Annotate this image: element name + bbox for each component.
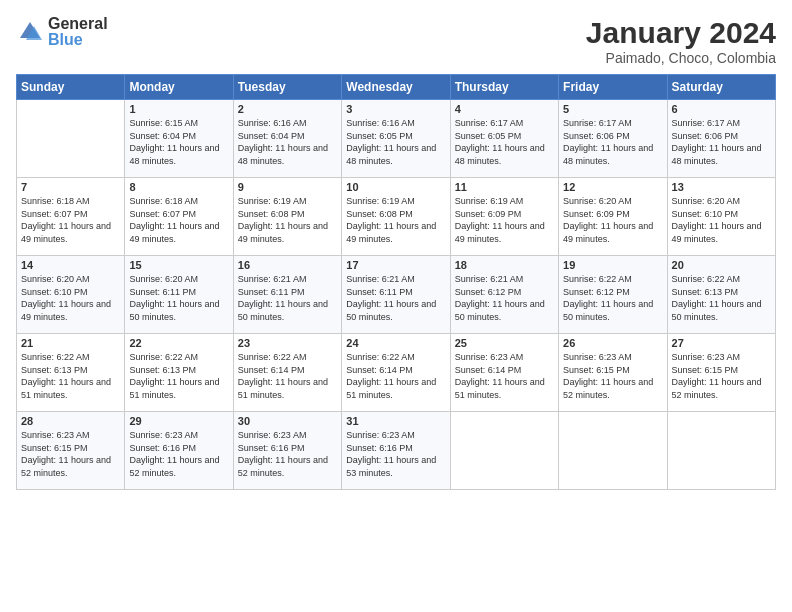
weekday-header: Monday xyxy=(125,75,233,100)
day-number: 31 xyxy=(346,415,445,427)
day-info: Sunrise: 6:23 AMSunset: 6:14 PMDaylight:… xyxy=(455,351,554,401)
day-number: 30 xyxy=(238,415,337,427)
calendar-cell: 14Sunrise: 6:20 AMSunset: 6:10 PMDayligh… xyxy=(17,256,125,334)
calendar-cell: 22Sunrise: 6:22 AMSunset: 6:13 PMDayligh… xyxy=(125,334,233,412)
day-number: 6 xyxy=(672,103,771,115)
calendar-cell: 29Sunrise: 6:23 AMSunset: 6:16 PMDayligh… xyxy=(125,412,233,490)
day-info: Sunrise: 6:18 AMSunset: 6:07 PMDaylight:… xyxy=(129,195,228,245)
calendar-week-row: 28Sunrise: 6:23 AMSunset: 6:15 PMDayligh… xyxy=(17,412,776,490)
calendar-cell: 20Sunrise: 6:22 AMSunset: 6:13 PMDayligh… xyxy=(667,256,775,334)
day-info: Sunrise: 6:21 AMSunset: 6:12 PMDaylight:… xyxy=(455,273,554,323)
calendar-week-row: 14Sunrise: 6:20 AMSunset: 6:10 PMDayligh… xyxy=(17,256,776,334)
day-info: Sunrise: 6:23 AMSunset: 6:15 PMDaylight:… xyxy=(672,351,771,401)
day-info: Sunrise: 6:17 AMSunset: 6:05 PMDaylight:… xyxy=(455,117,554,167)
logo-text: General Blue xyxy=(48,16,108,48)
calendar-cell xyxy=(559,412,667,490)
calendar-cell: 12Sunrise: 6:20 AMSunset: 6:09 PMDayligh… xyxy=(559,178,667,256)
day-number: 21 xyxy=(21,337,120,349)
day-info: Sunrise: 6:18 AMSunset: 6:07 PMDaylight:… xyxy=(21,195,120,245)
calendar-cell: 30Sunrise: 6:23 AMSunset: 6:16 PMDayligh… xyxy=(233,412,341,490)
calendar-cell xyxy=(17,100,125,178)
calendar-cell: 21Sunrise: 6:22 AMSunset: 6:13 PMDayligh… xyxy=(17,334,125,412)
calendar-cell: 15Sunrise: 6:20 AMSunset: 6:11 PMDayligh… xyxy=(125,256,233,334)
calendar-table: SundayMondayTuesdayWednesdayThursdayFrid… xyxy=(16,74,776,490)
calendar-cell: 24Sunrise: 6:22 AMSunset: 6:14 PMDayligh… xyxy=(342,334,450,412)
page-header: General Blue January 2024 Paimado, Choco… xyxy=(16,16,776,66)
day-number: 17 xyxy=(346,259,445,271)
day-number: 22 xyxy=(129,337,228,349)
day-info: Sunrise: 6:23 AMSunset: 6:16 PMDaylight:… xyxy=(129,429,228,479)
day-number: 26 xyxy=(563,337,662,349)
day-number: 15 xyxy=(129,259,228,271)
day-number: 1 xyxy=(129,103,228,115)
day-info: Sunrise: 6:22 AMSunset: 6:12 PMDaylight:… xyxy=(563,273,662,323)
day-number: 8 xyxy=(129,181,228,193)
logo-blue-text: Blue xyxy=(48,32,108,48)
day-number: 24 xyxy=(346,337,445,349)
calendar-cell: 7Sunrise: 6:18 AMSunset: 6:07 PMDaylight… xyxy=(17,178,125,256)
calendar-cell: 3Sunrise: 6:16 AMSunset: 6:05 PMDaylight… xyxy=(342,100,450,178)
calendar-week-row: 1Sunrise: 6:15 AMSunset: 6:04 PMDaylight… xyxy=(17,100,776,178)
calendar-cell: 9Sunrise: 6:19 AMSunset: 6:08 PMDaylight… xyxy=(233,178,341,256)
calendar-body: 1Sunrise: 6:15 AMSunset: 6:04 PMDaylight… xyxy=(17,100,776,490)
day-number: 10 xyxy=(346,181,445,193)
day-number: 23 xyxy=(238,337,337,349)
day-info: Sunrise: 6:17 AMSunset: 6:06 PMDaylight:… xyxy=(672,117,771,167)
day-info: Sunrise: 6:21 AMSunset: 6:11 PMDaylight:… xyxy=(346,273,445,323)
day-info: Sunrise: 6:20 AMSunset: 6:09 PMDaylight:… xyxy=(563,195,662,245)
day-number: 19 xyxy=(563,259,662,271)
day-info: Sunrise: 6:20 AMSunset: 6:11 PMDaylight:… xyxy=(129,273,228,323)
day-number: 29 xyxy=(129,415,228,427)
calendar-cell xyxy=(450,412,558,490)
day-number: 18 xyxy=(455,259,554,271)
location-text: Paimado, Choco, Colombia xyxy=(586,50,776,66)
day-info: Sunrise: 6:23 AMSunset: 6:16 PMDaylight:… xyxy=(346,429,445,479)
day-number: 20 xyxy=(672,259,771,271)
calendar-cell: 6Sunrise: 6:17 AMSunset: 6:06 PMDaylight… xyxy=(667,100,775,178)
logo-icon xyxy=(16,18,44,46)
calendar-cell: 11Sunrise: 6:19 AMSunset: 6:09 PMDayligh… xyxy=(450,178,558,256)
logo: General Blue xyxy=(16,16,108,48)
day-number: 12 xyxy=(563,181,662,193)
day-info: Sunrise: 6:23 AMSunset: 6:16 PMDaylight:… xyxy=(238,429,337,479)
day-info: Sunrise: 6:19 AMSunset: 6:08 PMDaylight:… xyxy=(238,195,337,245)
weekday-header: Tuesday xyxy=(233,75,341,100)
weekday-header: Thursday xyxy=(450,75,558,100)
day-number: 28 xyxy=(21,415,120,427)
title-block: January 2024 Paimado, Choco, Colombia xyxy=(586,16,776,66)
calendar-cell: 13Sunrise: 6:20 AMSunset: 6:10 PMDayligh… xyxy=(667,178,775,256)
day-number: 27 xyxy=(672,337,771,349)
calendar-cell: 25Sunrise: 6:23 AMSunset: 6:14 PMDayligh… xyxy=(450,334,558,412)
weekday-header: Saturday xyxy=(667,75,775,100)
day-number: 5 xyxy=(563,103,662,115)
calendar-header: SundayMondayTuesdayWednesdayThursdayFrid… xyxy=(17,75,776,100)
weekday-header: Sunday xyxy=(17,75,125,100)
day-number: 16 xyxy=(238,259,337,271)
day-info: Sunrise: 6:17 AMSunset: 6:06 PMDaylight:… xyxy=(563,117,662,167)
calendar-cell: 17Sunrise: 6:21 AMSunset: 6:11 PMDayligh… xyxy=(342,256,450,334)
day-info: Sunrise: 6:23 AMSunset: 6:15 PMDaylight:… xyxy=(563,351,662,401)
day-number: 7 xyxy=(21,181,120,193)
day-info: Sunrise: 6:21 AMSunset: 6:11 PMDaylight:… xyxy=(238,273,337,323)
weekday-header: Friday xyxy=(559,75,667,100)
calendar-cell: 4Sunrise: 6:17 AMSunset: 6:05 PMDaylight… xyxy=(450,100,558,178)
header-row: SundayMondayTuesdayWednesdayThursdayFrid… xyxy=(17,75,776,100)
calendar-cell: 19Sunrise: 6:22 AMSunset: 6:12 PMDayligh… xyxy=(559,256,667,334)
day-info: Sunrise: 6:20 AMSunset: 6:10 PMDaylight:… xyxy=(672,195,771,245)
calendar-cell: 1Sunrise: 6:15 AMSunset: 6:04 PMDaylight… xyxy=(125,100,233,178)
day-info: Sunrise: 6:16 AMSunset: 6:04 PMDaylight:… xyxy=(238,117,337,167)
day-info: Sunrise: 6:16 AMSunset: 6:05 PMDaylight:… xyxy=(346,117,445,167)
logo-general-text: General xyxy=(48,16,108,32)
day-info: Sunrise: 6:19 AMSunset: 6:08 PMDaylight:… xyxy=(346,195,445,245)
calendar-cell: 26Sunrise: 6:23 AMSunset: 6:15 PMDayligh… xyxy=(559,334,667,412)
calendar-cell xyxy=(667,412,775,490)
calendar-week-row: 21Sunrise: 6:22 AMSunset: 6:13 PMDayligh… xyxy=(17,334,776,412)
day-info: Sunrise: 6:15 AMSunset: 6:04 PMDaylight:… xyxy=(129,117,228,167)
day-info: Sunrise: 6:23 AMSunset: 6:15 PMDaylight:… xyxy=(21,429,120,479)
weekday-header: Wednesday xyxy=(342,75,450,100)
calendar-cell: 10Sunrise: 6:19 AMSunset: 6:08 PMDayligh… xyxy=(342,178,450,256)
calendar-cell: 27Sunrise: 6:23 AMSunset: 6:15 PMDayligh… xyxy=(667,334,775,412)
calendar-cell: 28Sunrise: 6:23 AMSunset: 6:15 PMDayligh… xyxy=(17,412,125,490)
calendar-cell: 2Sunrise: 6:16 AMSunset: 6:04 PMDaylight… xyxy=(233,100,341,178)
day-number: 3 xyxy=(346,103,445,115)
